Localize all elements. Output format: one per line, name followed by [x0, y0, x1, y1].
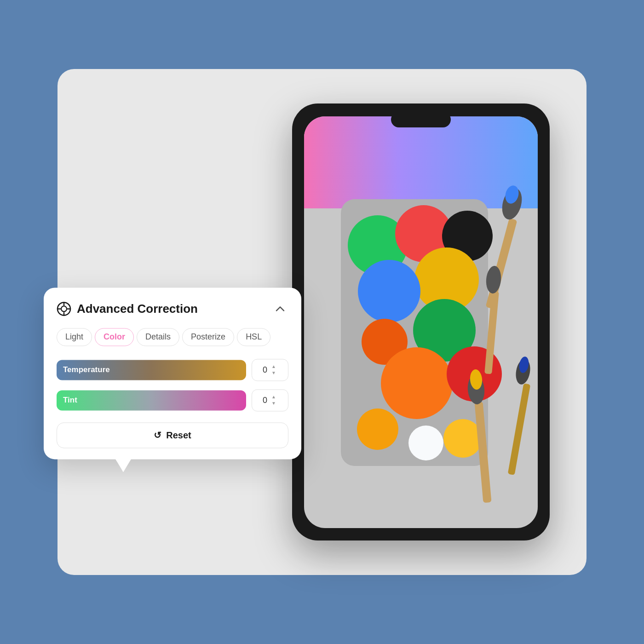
tab-details[interactable]: Details [137, 328, 179, 346]
correction-popup: Advanced Correction Light Color Details … [44, 288, 301, 459]
tab-color[interactable]: Color [95, 328, 134, 346]
phone-screen [304, 116, 538, 528]
tint-value-box: 0 ▲ ▼ [252, 389, 288, 411]
svg-point-18 [357, 408, 398, 450]
popup-title: Advanced Correction [77, 302, 198, 316]
reset-icon: ↺ [154, 430, 161, 441]
svg-point-19 [408, 426, 443, 460]
temperature-value: 0 [263, 365, 267, 375]
tab-light[interactable]: Light [57, 328, 92, 346]
main-card: Advanced Correction Light Color Details … [58, 69, 586, 575]
tint-label: Tint [63, 396, 77, 405]
tab-posterize[interactable]: Posterize [182, 328, 234, 346]
tint-value: 0 [263, 396, 267, 405]
tabs-row: Light Color Details Posterize HSL [57, 328, 288, 346]
phone-screen-image [304, 116, 538, 528]
popup-header: Advanced Correction [57, 300, 288, 317]
temperature-decrement[interactable]: ▼ [270, 370, 277, 376]
phone-mockup [292, 104, 550, 540]
collapse-button[interactable] [272, 300, 288, 317]
temperature-slider[interactable]: Temperature [57, 360, 246, 380]
tab-hsl[interactable]: HSL [237, 328, 270, 346]
svg-point-16 [381, 347, 453, 419]
popup-header-left: Advanced Correction [57, 301, 198, 316]
svg-point-20 [443, 419, 482, 458]
svg-point-13 [358, 260, 420, 322]
chevron-up-icon [274, 302, 287, 315]
tint-thumb [150, 392, 152, 408]
reset-label: Reset [166, 430, 191, 441]
temperature-row: Temperature 0 ▲ ▼ [57, 359, 288, 381]
temperature-increment[interactable]: ▲ [270, 364, 277, 369]
tint-increment[interactable]: ▲ [270, 394, 277, 400]
tint-slider-container: Tint 0 ▲ ▼ [57, 389, 288, 411]
temperature-label: Temperature [63, 365, 110, 374]
popup-arrow [115, 458, 132, 472]
tint-spinners: ▲ ▼ [270, 394, 277, 406]
temperature-spinners: ▲ ▼ [270, 364, 277, 376]
temperature-slider-container: Temperature 0 ▲ ▼ [57, 359, 288, 381]
temperature-thumb [150, 362, 152, 378]
temperature-value-box: 0 ▲ ▼ [252, 359, 288, 381]
svg-point-1 [61, 306, 67, 311]
tint-decrement[interactable]: ▼ [270, 401, 277, 406]
tint-row: Tint 0 ▲ ▼ [57, 389, 288, 411]
svg-rect-7 [304, 116, 538, 208]
phone-notch [391, 112, 451, 127]
tint-slider[interactable]: Tint [57, 390, 246, 410]
correction-icon [57, 301, 71, 316]
reset-button[interactable]: ↺ Reset [57, 422, 288, 448]
